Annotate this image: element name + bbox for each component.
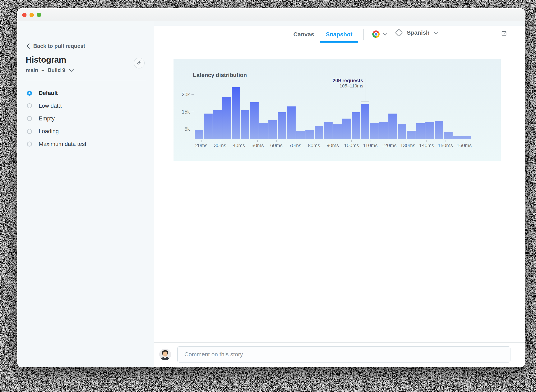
x-axis-tick-label: 150ms xyxy=(438,143,453,148)
histogram-bar xyxy=(287,107,296,139)
histogram-bar xyxy=(268,120,277,139)
x-axis-tick-label: 140ms xyxy=(419,143,434,148)
annotation-value-label: 209 requests xyxy=(333,78,363,84)
story-item-low-data[interactable]: Low data xyxy=(27,101,62,111)
y-axis-tick-mark xyxy=(191,129,194,129)
story-item-empty[interactable]: Empty xyxy=(27,114,55,124)
histogram-bar xyxy=(241,110,250,139)
histogram-bar xyxy=(453,136,462,139)
x-axis-tick-mark xyxy=(389,140,389,142)
branch-build-dash: – xyxy=(41,67,44,73)
tab-bar: CanvasSnapshot Spanish xyxy=(154,26,525,43)
radio-selected-icon[interactable] xyxy=(27,91,32,96)
x-axis-tick-label: 110ms xyxy=(363,143,378,148)
x-axis-tick-mark xyxy=(445,140,445,142)
radio-unselected-icon[interactable] xyxy=(27,116,32,121)
chevron-down-icon xyxy=(383,33,388,36)
x-axis-tick-label: 50ms xyxy=(251,143,264,148)
histogram-bar xyxy=(426,122,434,139)
x-axis-tick-mark xyxy=(295,140,295,142)
sidebar: Back to pull request Histogram main – Bu… xyxy=(17,21,154,367)
histogram-bar xyxy=(195,130,203,139)
open-external-button[interactable] xyxy=(497,27,511,41)
x-axis-tick-label: 20ms xyxy=(195,143,208,148)
annotation-line xyxy=(365,79,365,102)
locale-selector[interactable]: Spanish xyxy=(395,29,438,36)
back-to-pull-request-link[interactable]: Back to pull request xyxy=(26,43,85,49)
tab-label: Canvas xyxy=(293,31,314,38)
zoom-window-button[interactable] xyxy=(37,13,41,17)
story-item-default[interactable]: Default xyxy=(27,88,58,98)
main-area: CanvasSnapshot Spanish xyxy=(154,26,525,367)
tab-label: Snapshot xyxy=(326,31,352,38)
tab-snapshot[interactable]: Snapshot xyxy=(320,26,358,43)
histogram-bar xyxy=(315,126,323,139)
histogram-bar xyxy=(342,119,351,139)
copy-link-button[interactable] xyxy=(134,58,145,69)
x-axis-tick-mark xyxy=(276,140,277,142)
x-axis-tick-mark xyxy=(257,140,258,142)
toolbar-divider xyxy=(363,29,364,40)
tab-canvas[interactable]: Canvas xyxy=(288,26,320,43)
x-axis-tick-mark xyxy=(201,140,201,142)
story-item-label: Low data xyxy=(39,103,62,109)
histogram-bar xyxy=(333,124,342,139)
y-axis-tick-mark xyxy=(191,94,194,95)
diamond-icon xyxy=(395,29,403,37)
minimize-window-button[interactable] xyxy=(29,13,34,17)
radio-unselected-icon[interactable] xyxy=(27,129,32,134)
branch-build-selector[interactable]: main – Build 9 xyxy=(26,67,74,73)
link-icon xyxy=(137,60,142,66)
histogram-bar xyxy=(232,87,240,139)
histogram-bar xyxy=(462,136,471,139)
histogram-bar xyxy=(398,124,406,139)
histogram-bar xyxy=(370,123,379,139)
close-window-button[interactable] xyxy=(22,13,27,17)
branch-name: main xyxy=(26,67,38,73)
active-tab-underline xyxy=(320,41,358,43)
browser-selector[interactable] xyxy=(372,30,388,38)
histogram-bar xyxy=(222,97,231,139)
chevron-down-icon xyxy=(433,31,438,34)
x-axis-tick-label: 60ms xyxy=(270,143,283,148)
y-axis-tick-mark xyxy=(191,112,194,112)
window-titlebar xyxy=(17,8,525,21)
chevron-left-icon xyxy=(26,43,30,49)
x-axis-tick-label: 70ms xyxy=(289,143,302,148)
histogram-bar xyxy=(213,110,222,139)
histogram-bar xyxy=(407,131,416,139)
sidebar-divider xyxy=(26,80,146,80)
radio-unselected-icon[interactable] xyxy=(27,141,32,147)
histogram-bar xyxy=(278,112,286,139)
build-name: Build 9 xyxy=(48,67,65,73)
story-item-label: Maximum data test xyxy=(39,141,86,147)
x-axis-tick-label: 100ms xyxy=(344,143,359,148)
histogram-bar xyxy=(416,123,425,139)
back-link-label: Back to pull request xyxy=(33,43,85,49)
radio-unselected-icon[interactable] xyxy=(27,103,32,108)
x-axis-tick-mark xyxy=(408,140,408,142)
x-axis-tick-mark xyxy=(426,140,427,142)
story-item-maximum-data-test[interactable]: Maximum data test xyxy=(27,139,86,149)
screenshot-stage: Back to pull request Histogram main – Bu… xyxy=(0,0,536,392)
histogram-bar xyxy=(379,122,388,139)
x-axis-tick-mark xyxy=(464,140,464,142)
histogram-bar xyxy=(352,112,360,139)
y-axis-tick-label: 5k xyxy=(173,126,190,132)
histogram-bar xyxy=(388,114,397,139)
x-axis-tick-mark xyxy=(239,140,239,142)
comment-input[interactable] xyxy=(177,346,511,363)
histogram-bar xyxy=(435,121,443,139)
story-item-loading[interactable]: Loading xyxy=(27,126,59,136)
histogram-bar xyxy=(305,130,314,139)
app-window: Back to pull request Histogram main – Bu… xyxy=(17,8,525,367)
histogram-bar xyxy=(259,123,268,139)
histogram-bar xyxy=(296,131,305,139)
x-axis-tick-label: 80ms xyxy=(308,143,320,148)
story-item-label: Default xyxy=(39,90,58,96)
histogram-bar xyxy=(444,132,453,139)
story-item-label: Empty xyxy=(39,115,55,122)
snapshot-chart-panel: Latency distribution 20k15k5k20ms30ms40m… xyxy=(173,59,501,161)
x-axis-tick-label: 160ms xyxy=(457,143,472,148)
avatar xyxy=(159,349,171,360)
